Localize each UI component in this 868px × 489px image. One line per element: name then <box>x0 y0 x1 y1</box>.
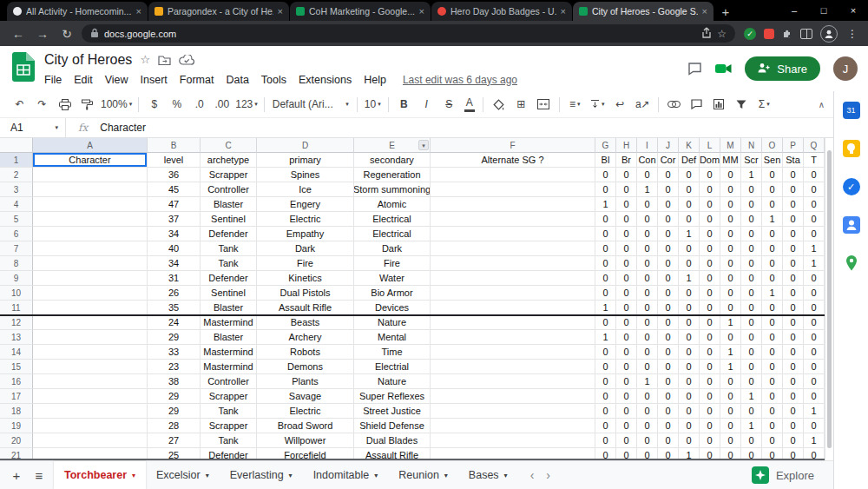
cell[interactable]: Willpower <box>257 433 354 448</box>
cell[interactable]: 0 <box>762 301 783 315</box>
cell[interactable]: 0 <box>637 256 658 271</box>
cell[interactable]: Super Reflexes <box>354 389 431 404</box>
cell[interactable]: 0 <box>679 315 700 330</box>
cell[interactable]: 29 <box>148 404 201 419</box>
cell[interactable]: 0 <box>720 374 741 389</box>
cell[interactable]: Demons <box>257 360 354 374</box>
cell[interactable]: Time <box>354 345 431 360</box>
menu-file[interactable]: File <box>38 74 68 86</box>
format-percent-button[interactable]: % <box>166 95 187 114</box>
cell[interactable] <box>33 330 148 345</box>
cell[interactable] <box>431 197 595 212</box>
row-number[interactable]: 18 <box>0 404 33 419</box>
cell[interactable]: Devices <box>354 301 431 315</box>
cell[interactable]: 0 <box>595 360 616 374</box>
cell[interactable]: 36 <box>148 168 201 182</box>
cell[interactable]: 0 <box>616 227 637 241</box>
cell[interactable]: 0 <box>658 197 679 212</box>
account-avatar[interactable]: J <box>833 56 858 81</box>
header-cell[interactable]: Scr <box>741 153 762 168</box>
cell[interactable]: 0 <box>679 168 700 182</box>
cell[interactable]: 0 <box>700 168 720 182</box>
cell[interactable]: 0 <box>637 330 658 345</box>
cell[interactable]: 0 <box>783 315 804 330</box>
cell[interactable]: 1 <box>679 271 700 286</box>
cell[interactable]: 0 <box>637 241 658 256</box>
row-number[interactable]: 10 <box>0 286 33 301</box>
column-header-e[interactable]: E▾ <box>354 138 431 153</box>
cell[interactable]: 0 <box>637 197 658 212</box>
cell[interactable]: 0 <box>700 419 720 433</box>
column-header-g[interactable]: G <box>595 138 616 153</box>
sheet-tab-excelsior[interactable]: Excelsior▾ <box>146 461 220 489</box>
cell[interactable]: 0 <box>720 286 741 301</box>
cell[interactable]: 0 <box>720 404 741 419</box>
cell[interactable] <box>33 286 148 301</box>
row-number[interactable]: 5 <box>0 212 33 227</box>
header-cell[interactable]: Dom <box>700 153 720 168</box>
cell[interactable]: Plants <box>257 374 354 389</box>
cell[interactable]: 0 <box>658 286 679 301</box>
cell[interactable]: 0 <box>679 212 700 227</box>
cell[interactable]: 1 <box>762 286 783 301</box>
cell[interactable]: 0 <box>658 256 679 271</box>
cell[interactable]: 0 <box>679 419 700 433</box>
video-call-icon[interactable] <box>715 63 732 75</box>
cell[interactable]: 0 <box>595 433 616 448</box>
cell[interactable]: 0 <box>741 315 762 330</box>
cell[interactable]: 0 <box>804 271 825 286</box>
header-cell[interactable]: primary <box>257 153 354 168</box>
cell[interactable] <box>431 433 595 448</box>
cell[interactable] <box>33 315 148 330</box>
column-header-c[interactable]: C <box>201 138 257 153</box>
decrease-decimals-button[interactable]: .0 <box>188 95 210 114</box>
cell[interactable]: 1 <box>720 360 741 374</box>
cell[interactable] <box>431 212 595 227</box>
cell[interactable]: 0 <box>616 241 637 256</box>
cell[interactable]: 0 <box>616 374 637 389</box>
share-button[interactable]: Share <box>745 56 820 81</box>
cell[interactable]: 0 <box>700 345 720 360</box>
cell[interactable] <box>33 345 148 360</box>
cell[interactable]: Dual Pistols <box>257 286 354 301</box>
explore-button[interactable]: Explore <box>752 466 828 484</box>
row-number[interactable]: 2 <box>0 168 33 182</box>
cell[interactable]: 0 <box>637 212 658 227</box>
cell[interactable]: 0 <box>720 256 741 271</box>
paint-format-button[interactable] <box>76 95 98 114</box>
cell[interactable] <box>431 301 595 315</box>
cell[interactable]: 0 <box>637 227 658 241</box>
cell[interactable]: 0 <box>720 271 741 286</box>
vertical-scrollbar[interactable] <box>825 138 833 460</box>
horizontal-align-button[interactable]: ≡▾ <box>564 95 586 114</box>
cell[interactable]: Electrical <box>354 227 431 241</box>
last-edit-link[interactable]: Last edit was 6 days ago <box>403 74 517 86</box>
cell[interactable]: 0 <box>595 374 616 389</box>
insert-chart-button[interactable] <box>708 95 730 114</box>
cell[interactable]: 0 <box>720 330 741 345</box>
cell[interactable]: Fire <box>257 256 354 271</box>
cell[interactable]: Regeneration <box>354 168 431 182</box>
cell[interactable] <box>33 271 148 286</box>
bookmark-star-icon[interactable]: ☆ <box>717 28 727 40</box>
cell[interactable]: 0 <box>720 182 741 197</box>
cell[interactable]: 0 <box>783 182 804 197</box>
menu-data[interactable]: Data <box>220 74 254 86</box>
increase-decimals-button[interactable]: .00 <box>211 95 233 114</box>
cell[interactable]: 0 <box>658 433 679 448</box>
cell[interactable]: 1 <box>595 330 616 345</box>
minimize-button[interactable]: – <box>779 0 809 21</box>
cell[interactable]: 1 <box>804 256 825 271</box>
column-header-n[interactable]: N <box>741 138 762 153</box>
cell[interactable]: 0 <box>637 345 658 360</box>
cell[interactable]: 1 <box>720 315 741 330</box>
cell[interactable]: 0 <box>658 419 679 433</box>
cell[interactable]: 0 <box>741 360 762 374</box>
cell[interactable]: Bio Armor <box>354 286 431 301</box>
cell[interactable]: 0 <box>658 315 679 330</box>
cell[interactable]: 29 <box>148 330 201 345</box>
cell[interactable]: 0 <box>658 330 679 345</box>
cell[interactable]: 0 <box>595 227 616 241</box>
cell[interactable]: 1 <box>595 197 616 212</box>
cell[interactable]: Scrapper <box>201 389 257 404</box>
